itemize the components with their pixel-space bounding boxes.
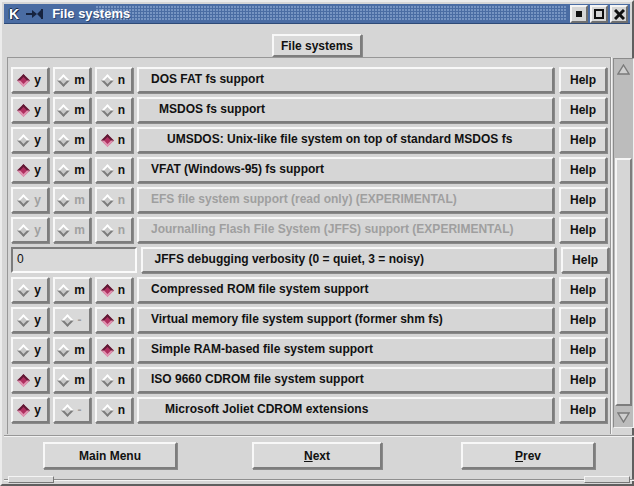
toggle-y-button[interactable]: y bbox=[11, 157, 49, 183]
scroll-up-button[interactable] bbox=[614, 59, 633, 79]
radio-diamond-icon bbox=[17, 194, 30, 207]
option-label: UMSDOS: Unix-like file system on top of … bbox=[137, 127, 554, 153]
radio-diamond-icon bbox=[101, 74, 114, 87]
option-label-text: DOS FAT fs support bbox=[139, 69, 552, 90]
toggle-y-button[interactable]: y bbox=[11, 367, 49, 393]
help-button[interactable]: Help bbox=[559, 337, 607, 363]
toggle-n-button[interactable]: n bbox=[95, 97, 133, 123]
help-button[interactable]: Help bbox=[559, 157, 607, 183]
help-button[interactable]: Help bbox=[559, 307, 607, 333]
option-row: ymnSimple RAM-based file system supportH… bbox=[11, 337, 609, 363]
toggle-n-button[interactable]: n bbox=[95, 127, 133, 153]
option-label: VFAT (Windows-95) fs support bbox=[137, 157, 554, 183]
option-label: DOS FAT fs support bbox=[137, 67, 554, 93]
radio-diamond-icon bbox=[61, 404, 74, 417]
toggle-y-button[interactable]: y bbox=[11, 127, 49, 153]
next-button[interactable]: Next bbox=[252, 442, 382, 469]
toggle-m-button[interactable]: m bbox=[53, 157, 91, 183]
help-button[interactable]: Help bbox=[559, 67, 607, 93]
maximize-button[interactable] bbox=[590, 5, 608, 23]
toggle-n-button: n bbox=[95, 217, 133, 243]
toggle-letter: y bbox=[34, 315, 41, 325]
scrollbar-thumb[interactable] bbox=[615, 158, 632, 406]
toggle-y-button[interactable]: y bbox=[11, 67, 49, 93]
toggle-letter: m bbox=[74, 345, 85, 355]
vertical-scrollbar[interactable] bbox=[613, 58, 634, 428]
help-button[interactable]: Help bbox=[559, 97, 607, 123]
help-button[interactable]: Help bbox=[561, 247, 609, 273]
maximize-icon bbox=[594, 9, 604, 19]
toggle-m-button[interactable]: m bbox=[53, 67, 91, 93]
option-label-text: JFFS debugging verbosity (0 = quiet, 3 =… bbox=[143, 249, 555, 270]
viewport-border bbox=[7, 57, 8, 434]
help-button[interactable]: Help bbox=[559, 397, 607, 423]
toggle-letter: n bbox=[118, 345, 125, 355]
toggle-m-button[interactable]: m bbox=[53, 97, 91, 123]
bottom-frame-groove bbox=[4, 480, 634, 481]
toggle-n-button[interactable]: n bbox=[95, 337, 133, 363]
toggle-y-button[interactable]: y bbox=[11, 337, 49, 363]
option-label-text: Compressed ROM file system support bbox=[139, 279, 552, 300]
toggle-letter: m bbox=[74, 135, 85, 145]
option-label-text: VFAT (Windows-95) fs support bbox=[139, 159, 552, 180]
toggle-m-button: m bbox=[53, 187, 91, 213]
toggle-n-button[interactable]: n bbox=[95, 277, 133, 303]
toggle-m-button[interactable]: m bbox=[53, 127, 91, 153]
toggle-m-button[interactable]: m bbox=[53, 367, 91, 393]
toggle-m-button[interactable]: m bbox=[53, 277, 91, 303]
radio-diamond-icon bbox=[101, 374, 114, 387]
toggle-m-button[interactable]: m bbox=[53, 337, 91, 363]
help-button[interactable]: Help bbox=[559, 187, 607, 213]
minimize-button[interactable] bbox=[570, 5, 588, 23]
minimize-icon bbox=[576, 11, 582, 17]
toggle-y-button[interactable]: y bbox=[11, 307, 49, 333]
option-label-text: Virtual memory file system support (form… bbox=[139, 309, 552, 330]
help-button[interactable]: Help bbox=[559, 277, 607, 303]
option-label: Journalling Flash File System (JFFS) sup… bbox=[137, 217, 554, 243]
help-button[interactable]: Help bbox=[559, 217, 607, 243]
toggle-n-button[interactable]: n bbox=[95, 67, 133, 93]
resize-grip-right[interactable] bbox=[584, 476, 630, 483]
toggle-n-button[interactable]: n bbox=[95, 157, 133, 183]
toggle-letter: y bbox=[34, 105, 41, 115]
toggle-n-button[interactable]: n bbox=[95, 307, 133, 333]
toggle-letter: n bbox=[118, 315, 125, 325]
toggle-m-button: - bbox=[53, 397, 91, 423]
help-button[interactable]: Help bbox=[559, 127, 607, 153]
toggle-y-button[interactable]: y bbox=[11, 277, 49, 303]
radio-diamond-icon bbox=[17, 74, 30, 87]
toggle-m-button: m bbox=[53, 217, 91, 243]
kde-app-icon[interactable]: K bbox=[9, 6, 19, 22]
toggle-y-button[interactable]: y bbox=[11, 397, 49, 423]
help-button[interactable]: Help bbox=[559, 367, 607, 393]
radio-diamond-icon bbox=[17, 374, 30, 387]
scroll-down-button[interactable] bbox=[614, 407, 633, 427]
toggle-y-button[interactable]: y bbox=[11, 97, 49, 123]
toggle-letter: n bbox=[118, 105, 125, 115]
toggle-letter: n bbox=[118, 225, 125, 235]
resize-grip-left[interactable] bbox=[8, 476, 54, 483]
close-button[interactable] bbox=[610, 5, 628, 23]
option-row: y-nMicrosoft Joliet CDROM extensionsHelp bbox=[11, 397, 609, 423]
toggle-n-button[interactable]: n bbox=[95, 367, 133, 393]
toggle-letter: y bbox=[34, 345, 41, 355]
jffs-verbosity-input[interactable]: 0 bbox=[11, 247, 137, 273]
prev-button[interactable]: Prev bbox=[461, 442, 595, 469]
radio-diamond-icon bbox=[101, 344, 114, 357]
toggle-letter: y bbox=[34, 75, 41, 85]
sticky-pin-icon[interactable] bbox=[26, 8, 44, 20]
arrow-up-icon bbox=[617, 64, 630, 75]
toggle-n-button[interactable]: n bbox=[95, 397, 133, 423]
radio-diamond-icon bbox=[57, 74, 70, 87]
radio-diamond-icon bbox=[101, 194, 114, 207]
main-menu-button[interactable]: Main Menu bbox=[43, 442, 177, 469]
section-title-button[interactable]: File systems bbox=[272, 34, 362, 57]
toggle-letter: n bbox=[118, 135, 125, 145]
titlebar[interactable]: K File systems bbox=[4, 4, 630, 24]
radio-diamond-icon bbox=[57, 284, 70, 297]
toggle-letter: n bbox=[118, 405, 125, 415]
options-list: ymnDOS FAT fs supportHelpymnMSDOS fs sup… bbox=[11, 67, 609, 427]
radio-diamond-icon bbox=[57, 164, 70, 177]
option-row: ymnJournalling Flash File System (JFFS) … bbox=[11, 217, 609, 243]
toggle-letter: y bbox=[34, 195, 41, 205]
